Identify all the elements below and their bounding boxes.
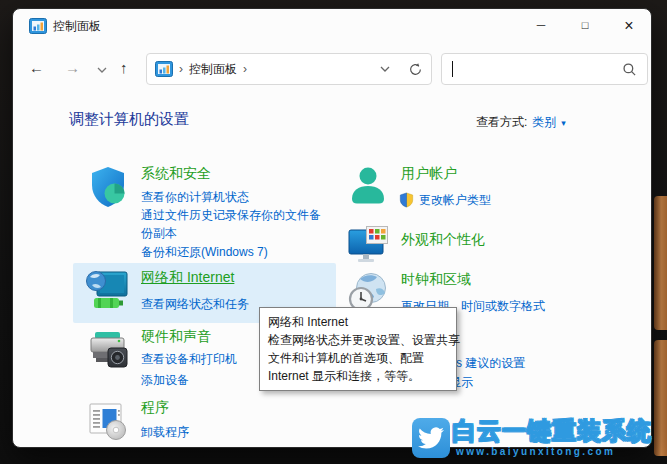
watermark-bird-icon xyxy=(412,418,450,458)
close-button[interactable]: × xyxy=(607,9,651,42)
titlebar[interactable]: 控制面板 ─ □ × xyxy=(13,9,651,43)
user-accounts-icon[interactable] xyxy=(346,165,390,209)
uac-shield-icon xyxy=(399,192,414,208)
search-icon[interactable] xyxy=(622,62,637,77)
view-by-dropdown-icon[interactable]: ▾ xyxy=(561,118,566,128)
tooltip-line: 检查网络状态并更改设置、设置共享 xyxy=(268,331,448,349)
text-caret xyxy=(452,61,453,77)
refresh-icon[interactable] xyxy=(408,62,423,77)
category-appearance-personalization[interactable]: 外观和个性化 xyxy=(401,231,485,249)
wallpaper-accent-bar xyxy=(654,196,667,330)
up-button[interactable]: ↑ xyxy=(120,59,128,76)
page-title: 调整计算机的设置 xyxy=(69,110,189,129)
link-uninstall-program[interactable]: 卸载程序 xyxy=(141,423,189,441)
link-view-computer-status[interactable]: 查看你的计算机状态 xyxy=(141,188,249,206)
link-add-device[interactable]: 添加设备 xyxy=(141,371,189,389)
category-clock-region[interactable]: 时钟和区域 xyxy=(401,271,471,289)
view-by-value[interactable]: 类别 xyxy=(532,114,556,131)
tooltip-network-internet: 网络和 Internet 检查网络状态并更改设置、设置共享 文件和计算机的首选项… xyxy=(259,307,457,391)
watermark-url: www.baiyunxitong.com xyxy=(456,446,615,457)
network-internet-icon[interactable] xyxy=(86,269,130,313)
view-by-control: 查看方式: 类别 ▾ xyxy=(476,114,566,131)
category-system-security[interactable]: 系统和安全 xyxy=(141,165,211,183)
back-button[interactable]: ← xyxy=(29,59,44,76)
system-security-shield-icon[interactable] xyxy=(86,165,130,209)
address-chevron-down-icon[interactable] xyxy=(380,66,390,72)
address-bar[interactable]: › 控制面板 › xyxy=(146,53,432,85)
link-file-history-backup[interactable]: 通过文件历史记录保存你的文件备份副本 xyxy=(141,206,325,242)
category-hardware-sound[interactable]: 硬件和声音 xyxy=(141,328,211,346)
link-view-network-status[interactable]: 查看网络状态和任务 xyxy=(141,295,249,313)
control-panel-icon xyxy=(155,61,173,77)
forward-button[interactable]: → xyxy=(65,59,80,76)
category-programs[interactable]: 程序 xyxy=(141,399,169,417)
watermark-title: 白云一键重装系统 xyxy=(452,415,652,447)
maximize-button[interactable]: □ xyxy=(563,9,607,42)
control-panel-icon xyxy=(29,18,47,34)
tooltip-line: 文件和计算机的首选项、配置 xyxy=(268,349,448,367)
category-user-accounts[interactable]: 用户帐户 xyxy=(401,165,457,183)
view-by-label: 查看方式: xyxy=(476,114,527,131)
search-box[interactable] xyxy=(441,53,648,85)
tooltip-title: 网络和 Internet xyxy=(268,313,448,331)
window-title: 控制面板 xyxy=(53,18,101,35)
wallpaper-accent-bar xyxy=(654,340,667,456)
minimize-button[interactable]: ─ xyxy=(519,9,563,42)
category-network-internet[interactable]: 网络和 Internet xyxy=(141,269,234,287)
history-chevron-down-icon[interactable] xyxy=(97,67,107,73)
breadcrumb-separator: › xyxy=(243,62,247,76)
link-backup-restore-win7[interactable]: 备份和还原(Windows 7) xyxy=(141,243,268,261)
control-panel-window: 控制面板 ─ □ × ← → ↑ › 控制面板 › xyxy=(12,8,652,448)
tooltip-line: Internet 显示和连接，等等。 xyxy=(268,367,448,385)
link-view-devices-printers[interactable]: 查看设备和打印机 xyxy=(141,350,237,368)
breadcrumb-control-panel[interactable]: 控制面板 xyxy=(189,61,237,78)
hardware-sound-icon[interactable] xyxy=(86,329,130,373)
link-change-account-type[interactable]: 更改帐户类型 xyxy=(419,191,491,209)
breadcrumb-separator: › xyxy=(179,62,183,76)
appearance-personalization-icon[interactable] xyxy=(346,224,390,268)
programs-icon[interactable] xyxy=(86,399,130,443)
